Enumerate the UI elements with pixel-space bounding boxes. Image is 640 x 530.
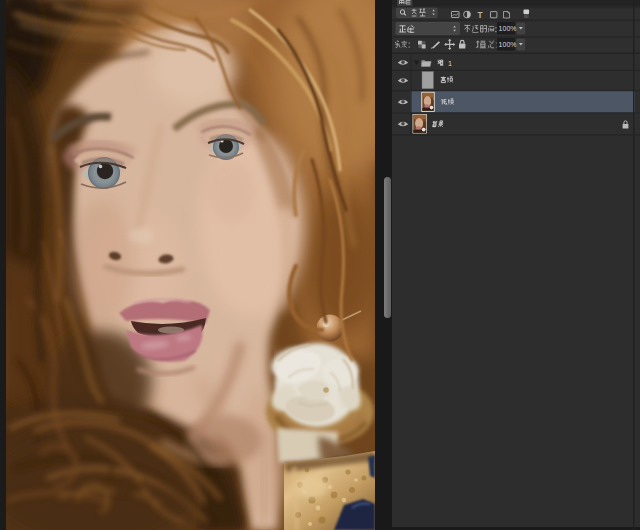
svg-text:T: T — [478, 10, 484, 20]
svg-text:100%: 100% — [499, 25, 517, 32]
svg-text:100%: 100% — [499, 41, 517, 48]
svg-text:1: 1 — [448, 59, 452, 68]
